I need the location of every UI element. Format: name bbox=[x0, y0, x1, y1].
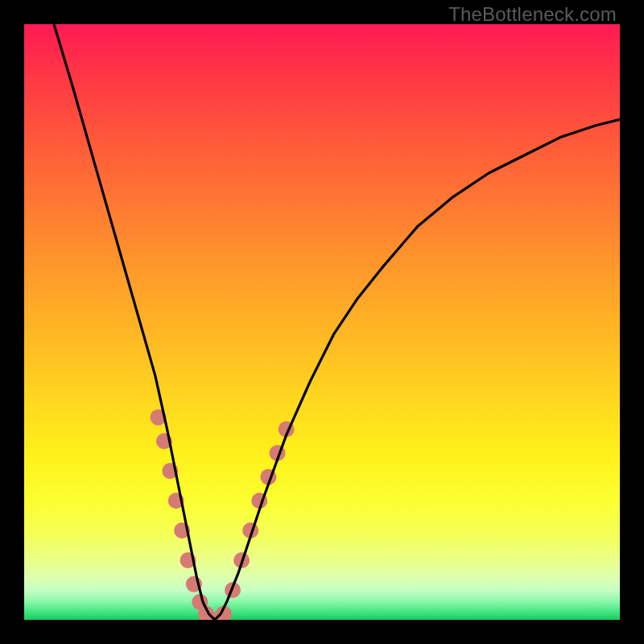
chart-frame bbox=[24, 24, 620, 620]
watermark-text: TheBottleneck.com bbox=[448, 3, 617, 26]
bottleneck-curve bbox=[54, 24, 620, 620]
data-dots-group bbox=[151, 409, 295, 620]
chart-svg bbox=[24, 24, 620, 620]
